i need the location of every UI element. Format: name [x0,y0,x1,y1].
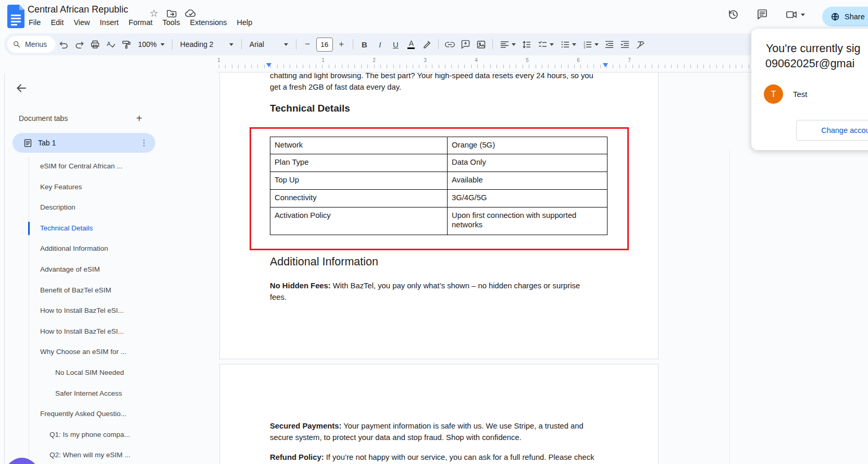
outline-item[interactable]: Safer Internet Access [55,388,122,399]
tab-label: Tab 1 [38,139,140,147]
star-icon[interactable]: ☆ [150,8,158,19]
account-name: Test [793,90,808,99]
chevron-down-icon [284,43,288,46]
outline-item[interactable]: eSIM for Central African ... [40,161,122,172]
outline-item[interactable]: Technical Details [40,223,93,234]
video-camera-icon[interactable] [785,8,798,21]
right-indent-marker[interactable] [603,63,608,67]
change-account-button[interactable]: Change account [796,120,868,141]
redo-button[interactable] [72,37,86,52]
account-popup: You're currently sig 09062025r@gmai T Te… [751,29,868,150]
font-size-input[interactable]: 16 [316,38,333,52]
left-indent-marker[interactable] [266,63,271,67]
menu-item[interactable]: Tools [163,18,180,27]
tab-options-icon[interactable]: ⋮ [140,138,148,148]
share-button[interactable]: Share [822,7,868,27]
back-button[interactable] [15,82,28,94]
outline-item[interactable]: Benefit of BazTel eSIM [40,285,111,296]
menu-item[interactable]: Insert [100,18,119,27]
italic-button[interactable]: I [373,37,387,52]
chevron-down-icon [229,43,233,46]
ruler-number: 1 [321,57,325,63]
menu-item[interactable]: Edit [51,18,64,27]
heading-additional-information: Additional Information [270,255,378,268]
svg-text:A: A [107,41,111,47]
outline-item[interactable]: How to Install BazTel eSI... [40,326,124,337]
outline-item[interactable]: No Local SIM Needed [55,368,124,378]
align-button[interactable] [497,37,518,52]
numbered-list-button[interactable]: 123 [580,37,601,52]
increase-font-size-button[interactable]: + [334,37,349,52]
line-spacing-button[interactable] [519,37,534,52]
menus-search-button[interactable]: Menus [7,36,55,53]
outline-item[interactable]: Key Features [40,182,82,192]
outline-item[interactable]: Q1: Is my phone compa... [49,430,130,440]
app-header: Central African Republic ☆ FileEditViewI… [0,0,868,33]
zoom-select[interactable]: 100% [135,40,168,48]
underline-button[interactable]: U [389,37,403,52]
print-button[interactable] [88,37,102,52]
chevron-down-icon[interactable] [801,14,805,16]
bulleted-list-button[interactable] [557,37,578,52]
outline-item[interactable]: Additional Information [40,243,108,254]
font-value: Arial [250,40,264,48]
text-color-button[interactable]: A [404,37,418,52]
ruler-number: 2 [373,57,376,63]
menu-bar: FileEditViewInsertFormatToolsExtensionsH… [29,18,252,27]
paragraph-no-hidden-fees: No Hidden Fees: With BazTel, you pay onl… [270,280,580,303]
undo-button[interactable] [57,37,71,52]
outline-item[interactable]: Advantage of eSIM [40,264,100,275]
assistant-fab[interactable] [5,458,39,464]
increase-indent-button[interactable] [618,37,632,52]
comment-icon[interactable] [756,8,768,21]
ruler[interactable]: 11234567 [0,56,868,72]
outline-item[interactable]: Description [40,202,76,213]
right-rail-divider [729,150,730,464]
checklist-button[interactable] [535,37,556,52]
account-email: 09062025r@gmai [765,57,854,70]
share-label: Share [845,13,865,21]
move-folder-icon[interactable] [166,8,177,19]
tab-document-icon [23,138,33,148]
menu-item[interactable]: Extensions [190,18,227,27]
menu-item[interactable]: File [29,18,41,27]
signed-in-text: You're currently sig [766,42,860,55]
search-icon [13,40,21,49]
highlight-color-button[interactable] [420,37,434,52]
ruler-number: 6 [577,57,580,63]
bold-button[interactable]: B [357,37,371,52]
tab-1[interactable]: Tab 1 ⋮ [13,133,155,153]
outline-item[interactable]: Q2: When will my eSIM ... [49,450,130,460]
chevron-down-icon [160,43,165,46]
menu-item[interactable]: Format [129,18,153,27]
outline-item[interactable]: How to Install BazTel eSI... [40,306,124,316]
decrease-indent-button[interactable] [602,37,616,52]
clear-formatting-button[interactable] [634,37,648,52]
outline-item[interactable]: Frequently Asked Questio... [40,409,127,419]
paragraph-clipped: chatting and light browsing. The best pa… [270,73,593,93]
svg-text:3: 3 [584,45,586,49]
add-tab-button[interactable]: + [133,113,145,124]
font-family-select[interactable]: Arial [246,40,292,48]
add-comment-button[interactable] [458,37,473,52]
document-page-2[interactable]: Secured Payments: Your payment informati… [219,364,659,464]
decrease-font-size-button[interactable]: − [301,37,315,52]
document-title[interactable]: Central African Republic [28,4,128,15]
paint-format-button[interactable] [119,37,133,52]
insert-link-button[interactable] [443,37,457,52]
ruler-number: 4 [475,57,478,63]
document-page-1[interactable]: chatting and light browsing. The best pa… [219,73,659,359]
zoom-value: 100% [138,40,157,48]
spellcheck-button[interactable]: A [104,37,118,52]
ruler-number: 5 [526,57,529,63]
paragraph-style-select[interactable]: Heading 2 [177,40,237,48]
paragraph-secured-payments: Secured Payments: Your payment informati… [270,421,584,443]
document-tabs-heading: Document tabs [19,114,68,123]
google-docs-logo[interactable] [7,5,24,28]
menu-item[interactable]: View [73,18,90,27]
menu-item[interactable]: Help [237,18,253,27]
insert-image-button[interactable] [474,37,488,52]
outline-item[interactable]: Why Choose an eSIM for ... [40,347,127,357]
menus-label: Menus [25,40,47,48]
version-history-icon[interactable] [727,8,739,21]
